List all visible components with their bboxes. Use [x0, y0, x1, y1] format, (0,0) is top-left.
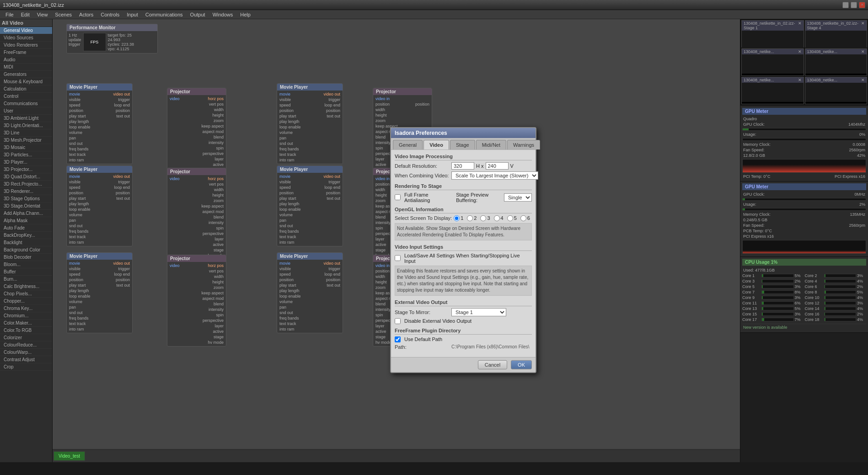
- pref-tab-midi-net[interactable]: Midi/Net: [476, 139, 506, 149]
- movie-player-6[interactable]: Movie Player movievideo out visibletrigg…: [277, 252, 343, 333]
- pref-stage-mirror-select[interactable]: Stage 1: [451, 308, 506, 316]
- sidebar-item-contrast-adjust[interactable]: Contrast Adjust: [0, 356, 52, 363]
- sidebar-item-chromium[interactable]: Chromium...: [0, 312, 52, 320]
- menu-help[interactable]: Help: [236, 11, 254, 18]
- pref-tab-stage[interactable]: Stage: [450, 139, 475, 149]
- stage-window-4[interactable]: 130408_netikette_in_02.izz-Stage 4 ✕: [805, 20, 868, 48]
- menu-file[interactable]: File: [2, 11, 17, 18]
- sidebar-item-backlight[interactable]: Backlight: [0, 239, 52, 246]
- sidebar-item-auto-fade[interactable]: Auto Fade: [0, 224, 52, 232]
- sidebar-item-3d-light[interactable]: 3D Light.Orientati...: [0, 122, 52, 129]
- sidebar-item-calculation[interactable]: Calculation: [0, 85, 52, 93]
- pref-screen-3-radio[interactable]: [480, 215, 486, 221]
- sidebar-item-3d-mesh[interactable]: 3D Mesh.Projector: [0, 137, 52, 144]
- sidebar-item-chroma-key[interactable]: Chroma Key...: [0, 305, 52, 312]
- stage-window-1[interactable]: 130408_netikette_in_02.izz-Stage 1 ✕: [741, 20, 804, 48]
- pref-res-height[interactable]: [486, 162, 509, 169]
- sidebar-item-generators[interactable]: Generators: [0, 71, 52, 78]
- sidebar-item-3d-mosaic[interactable]: 3D Mosaic: [0, 144, 52, 151]
- projector-3[interactable]: Projector videohorz pos vert pos width h…: [167, 168, 226, 260]
- sidebar-item-bloom[interactable]: Bloom...: [0, 261, 52, 268]
- sidebar-item-3d-projector[interactable]: 3D Projector...: [0, 166, 52, 173]
- pref-screen-6-radio[interactable]: [520, 215, 526, 221]
- movie-player-5[interactable]: Movie Player movievideo out visibletrigg…: [66, 252, 133, 333]
- sidebar-item-backdrop-key[interactable]: BackDropKey...: [0, 232, 52, 239]
- cpu-core-pct-16: 2%: [857, 312, 866, 316]
- sidebar-item-communications[interactable]: Communications: [0, 100, 52, 107]
- sidebar-item-chop-pixels[interactable]: Chop Pixels...: [0, 290, 52, 298]
- sidebar-item-3d-rect[interactable]: 3D Rect.Projecto...: [0, 181, 52, 188]
- pref-screen-4-radio[interactable]: [494, 215, 500, 221]
- bottom-tab-video-test[interactable]: Video_test: [54, 451, 85, 461]
- sidebar-item-3d-line[interactable]: 3D Line: [0, 129, 52, 137]
- sidebar-item-crop[interactable]: Crop: [0, 363, 52, 371]
- sidebar-item-mouse-keyboard[interactable]: Mouse & Keyboard: [0, 78, 52, 85]
- menu-windows[interactable]: Windows: [209, 11, 237, 18]
- pref-tab-warnings[interactable]: Warnings: [507, 139, 540, 149]
- sidebar-item-burn[interactable]: Burn...: [0, 276, 52, 283]
- sidebar-item-midi[interactable]: MIDI: [0, 64, 52, 71]
- movie-player-2[interactable]: Movie Player movievideo out visibletrigg…: [277, 83, 343, 164]
- sidebar-item-color-to-rgb[interactable]: Color.To RGB: [0, 327, 52, 334]
- pref-antialiasing-checkbox[interactable]: [395, 194, 401, 200]
- sidebar-item-3d-player[interactable]: 3D Player...: [0, 159, 52, 166]
- stage-window-3[interactable]: 130408_netike... ✕: [741, 77, 804, 104]
- maximize-button[interactable]: □: [851, 2, 857, 8]
- pref-cancel-button[interactable]: Cancel: [478, 360, 507, 369]
- sidebar-item-color-maker[interactable]: Color.Maker...: [0, 320, 52, 327]
- menu-actors[interactable]: Actors: [75, 11, 97, 18]
- pref-ok-button[interactable]: OK: [511, 360, 532, 369]
- pref-use-default-checkbox[interactable]: [395, 336, 401, 342]
- stage-window-2[interactable]: 130408_netike... ✕: [741, 48, 804, 76]
- menu-view[interactable]: View: [33, 11, 52, 18]
- sidebar-item-3d-ambient[interactable]: 3D Ambient.Light: [0, 115, 52, 122]
- sidebar-item-general-video[interactable]: General Video: [0, 27, 52, 34]
- minimize-button[interactable]: _: [842, 2, 849, 8]
- sidebar-item-3d-particles[interactable]: 3D Particles...: [0, 151, 52, 159]
- menu-controls[interactable]: Controls: [97, 11, 123, 18]
- sidebar-item-3d-stage-orient[interactable]: 3D Stage.Orientat: [0, 203, 52, 210]
- menu-edit[interactable]: Edit: [17, 11, 33, 18]
- sidebar-item-3d-stage-options[interactable]: 3D Stage Options: [0, 195, 52, 203]
- sidebar-item-bg-color[interactable]: Background Color: [0, 246, 52, 254]
- pref-tab-general[interactable]: General: [393, 139, 423, 149]
- sidebar-item-colorizer[interactable]: Colorizer: [0, 334, 52, 342]
- projector-5[interactable]: Projector videohorz pos vert pos width h…: [167, 255, 226, 347]
- menu-communications[interactable]: Communications: [142, 11, 187, 18]
- menu-scenes[interactable]: Scenes: [51, 11, 75, 18]
- sidebar-item-blob-decoder[interactable]: Blob Decoder: [0, 254, 52, 261]
- sidebar-item-colour-reduce[interactable]: ColourReduce...: [0, 342, 52, 349]
- stage-window-6[interactable]: 130408_netike... ✕: [805, 77, 868, 104]
- sidebar-item-freeframe[interactable]: FreeFrame: [0, 49, 52, 56]
- sidebar-item-buffer[interactable]: Buffer: [0, 268, 52, 276]
- pref-tab-video[interactable]: Video: [423, 139, 449, 149]
- menu-input[interactable]: Input: [123, 11, 141, 18]
- sidebar-item-control[interactable]: Control: [0, 93, 52, 100]
- sidebar-item-3d-quad[interactable]: 3D Quad.Distort...: [0, 173, 52, 181]
- pref-res-width[interactable]: [451, 162, 474, 169]
- stage-window-5[interactable]: 130408_netike... ✕: [805, 48, 868, 76]
- pref-screen-2-radio[interactable]: [467, 215, 473, 221]
- sidebar-item-3d-renderer[interactable]: 3D Renderer...: [0, 188, 52, 195]
- sidebar-item-calc-brightness[interactable]: Calc Brightness...: [0, 283, 52, 290]
- sidebar-item-video-renderers[interactable]: Video Renderers: [0, 42, 52, 49]
- pref-disable-external-checkbox[interactable]: [395, 318, 401, 324]
- menu-output[interactable]: Output: [187, 11, 209, 18]
- movie-player-1[interactable]: Movie Player movievideo out visibletrigg…: [66, 83, 133, 164]
- movie-player-3[interactable]: Movie Player movievideo out visibletrigg…: [66, 165, 133, 246]
- sidebar-item-chopper[interactable]: Chopper...: [0, 298, 52, 305]
- sidebar-item-user[interactable]: User: [0, 107, 52, 115]
- sidebar-item-video-sources[interactable]: Video Sources: [0, 34, 52, 42]
- sidebar-item-alpha-mask[interactable]: Alpha Mask: [0, 217, 52, 224]
- pref-combining-select[interactable]: Scale To Largest Image (Slower): [451, 171, 538, 179]
- sidebar-item-add-alpha[interactable]: Add Alpha.Chann...: [0, 210, 52, 217]
- projector-1[interactable]: Projector videohorz pos vert pos width h…: [167, 88, 226, 180]
- pref-load-save-checkbox[interactable]: [395, 255, 401, 261]
- movie-player-4[interactable]: Movie Player movievideo out visibletrigg…: [277, 165, 343, 246]
- sidebar-item-audio[interactable]: Audio: [0, 56, 52, 64]
- pref-stage-preview-select[interactable]: Single: [504, 193, 532, 201]
- pref-screen-5-radio[interactable]: [507, 215, 513, 221]
- pref-screen-1-radio[interactable]: [454, 215, 460, 221]
- close-button[interactable]: ✕: [859, 2, 865, 8]
- sidebar-item-colour-warp[interactable]: ColourWarp...: [0, 349, 52, 356]
